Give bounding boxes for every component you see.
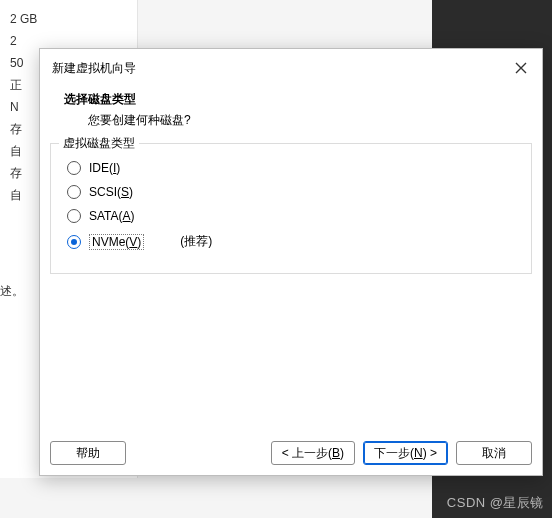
help-button[interactable]: 帮助 [50, 441, 126, 465]
radio-option-ide[interactable]: IDE(I) [63, 156, 519, 180]
group-legend: 虚拟磁盘类型 [59, 135, 139, 152]
header-subtitle: 您要创建何种磁盘? [64, 112, 518, 129]
watermark-text: CSDN @星辰镜 [447, 494, 544, 512]
disk-type-group: 虚拟磁盘类型 IDE(I) SCSI(S) SATA(A) NVMe(V) (推… [50, 143, 532, 274]
option-label: SATA(A) [89, 209, 135, 223]
bg-item: 2 GB [10, 8, 127, 30]
close-icon [515, 62, 527, 74]
radio-icon [67, 161, 81, 175]
radio-option-nvme[interactable]: NVMe(V) (推荐) [63, 228, 519, 255]
dialog-title: 新建虚拟机向导 [52, 60, 136, 77]
radio-option-scsi[interactable]: SCSI(S) [63, 180, 519, 204]
cancel-button[interactable]: 取消 [456, 441, 532, 465]
radio-icon [67, 209, 81, 223]
dialog-footer: 帮助 < 上一步(B) 下一步(N) > 取消 [40, 433, 542, 475]
radio-option-sata[interactable]: SATA(A) [63, 204, 519, 228]
next-button[interactable]: 下一步(N) > [363, 441, 448, 465]
option-label: IDE(I) [89, 161, 120, 175]
recommended-label: (推荐) [180, 233, 212, 250]
dialog-titlebar: 新建虚拟机向导 [40, 49, 542, 87]
wizard-dialog: 新建虚拟机向导 选择磁盘类型 您要创建何种磁盘? 虚拟磁盘类型 IDE(I) S… [39, 48, 543, 476]
option-label: NVMe(V) [89, 234, 144, 250]
close-button[interactable] [510, 57, 532, 79]
bg-description: 述。 [0, 280, 24, 302]
header-title: 选择磁盘类型 [64, 91, 518, 108]
back-button[interactable]: < 上一步(B) [271, 441, 355, 465]
option-label: SCSI(S) [89, 185, 133, 199]
radio-icon [67, 185, 81, 199]
radio-icon [67, 235, 81, 249]
